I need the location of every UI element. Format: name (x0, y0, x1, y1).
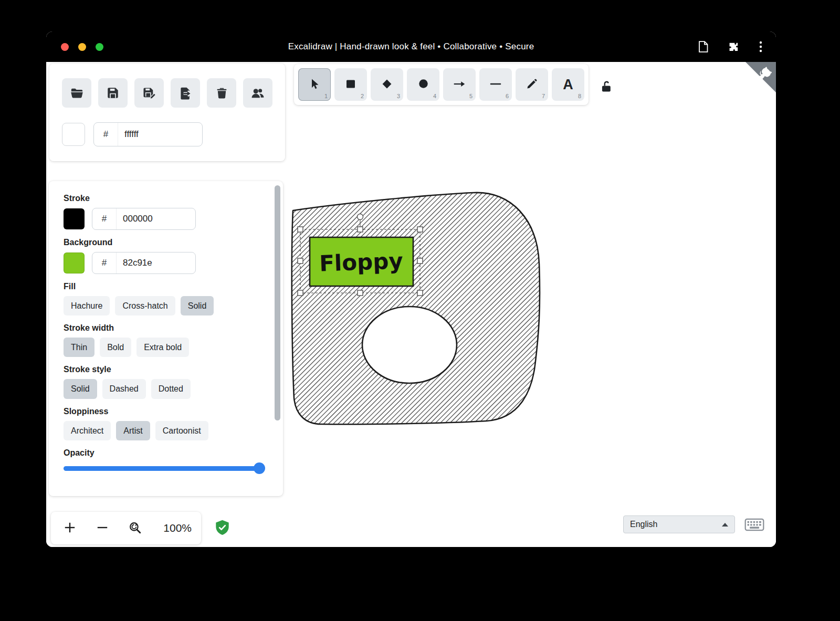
clear-canvas-button[interactable] (207, 78, 236, 108)
canvas-background-hex-group: # (93, 122, 203, 146)
language-select[interactable]: English (623, 515, 735, 533)
open-file-button[interactable] (62, 78, 91, 108)
hex-prefix: # (92, 252, 117, 274)
label-text[interactable]: Floppy (319, 248, 403, 277)
stroke-label: Stroke (64, 194, 268, 203)
sloppiness-section: Sloppiness Architect Artist Cartoonist (64, 407, 268, 440)
label-rectangle[interactable]: Floppy (310, 237, 413, 286)
floppy-hub-hole[interactable] (362, 307, 457, 383)
tool-line-button[interactable]: 6 (479, 68, 512, 101)
ellipse-icon (417, 78, 429, 91)
drawing-canvas[interactable]: Floppy (46, 62, 776, 547)
background-label: Background (64, 238, 268, 247)
tools-toolbar-island: 1 2 3 4 (294, 64, 589, 105)
collaborators-icon (250, 86, 265, 100)
page-icon[interactable] (698, 41, 708, 52)
save-button[interactable] (98, 78, 128, 108)
stroke-width-option-thin[interactable]: Thin (64, 338, 94, 357)
panel-scrollbar-thumb[interactable] (275, 185, 280, 420)
language-select-value: English (630, 520, 657, 529)
folder-open-icon (70, 86, 84, 100)
zoom-in-button[interactable] (58, 517, 81, 540)
sloppiness-option-cartoonist[interactable]: Cartoonist (155, 421, 208, 440)
canvas-background-hex-input[interactable] (118, 129, 202, 140)
browser-window: Excalidraw | Hand-drawn look & feel • Co… (46, 31, 776, 547)
github-corner-icon (746, 85, 776, 94)
background-color-swatch[interactable] (64, 252, 85, 273)
text-icon: A (563, 78, 573, 92)
sloppiness-option-artist[interactable]: Artist (116, 421, 150, 440)
diamond-icon (381, 78, 393, 91)
keyboard-icon (744, 518, 764, 534)
draw-icon (526, 78, 538, 92)
opacity-slider[interactable] (64, 462, 264, 474)
minimize-window-button[interactable] (78, 43, 86, 51)
shield-check-icon (215, 529, 229, 538)
zoom-reset-button[interactable] (123, 517, 146, 540)
zoom-out-button[interactable] (91, 517, 114, 540)
tool-draw-button[interactable]: 7 (516, 68, 548, 101)
stroke-style-label: Stroke style (64, 365, 268, 374)
zoom-in-icon (63, 521, 77, 536)
tool-arrow-button[interactable]: 5 (443, 68, 476, 101)
fill-option-crosshatch[interactable]: Cross-hatch (115, 296, 175, 315)
save-as-icon (142, 86, 156, 100)
canvas-background-swatch[interactable] (62, 123, 85, 146)
tool-selection-button[interactable]: 1 (298, 68, 331, 101)
fill-label: Fill (64, 282, 268, 291)
arrow-icon (453, 77, 466, 92)
stroke-section: Stroke # (64, 194, 268, 230)
tool-diamond-button[interactable]: 3 (371, 68, 403, 101)
stroke-style-option-dashed[interactable]: Dashed (102, 379, 146, 398)
properties-panel: Stroke # Background # (49, 181, 283, 496)
hex-prefix: # (94, 123, 118, 146)
stroke-style-option-solid[interactable]: Solid (64, 379, 97, 398)
export-icon (178, 86, 193, 100)
traffic-lights (61, 31, 103, 62)
save-icon (106, 86, 120, 100)
close-window-button[interactable] (61, 43, 69, 51)
opacity-slider-track[interactable] (64, 466, 264, 471)
stroke-width-option-bold[interactable]: Bold (100, 338, 131, 357)
line-icon (489, 77, 502, 92)
rectangle-icon (344, 78, 357, 92)
fill-option-hachure[interactable]: Hachure (64, 296, 110, 315)
background-section: Background # (64, 238, 268, 274)
export-button[interactable] (171, 78, 200, 108)
opacity-slider-thumb[interactable] (254, 462, 265, 474)
chevron-up-icon (722, 523, 728, 527)
zoom-controls-island: 100% (51, 512, 201, 544)
stroke-width-section: Stroke width Thin Bold Extra bold (64, 323, 268, 357)
encryption-shield-badge[interactable] (215, 520, 229, 538)
zoom-level-value: 100% (163, 522, 194, 534)
kebab-menu-icon[interactable] (759, 40, 762, 53)
stroke-width-label: Stroke width (64, 323, 268, 333)
maximize-window-button[interactable] (96, 43, 103, 51)
tool-text-button[interactable]: A 8 (552, 68, 584, 101)
stroke-width-option-extra-bold[interactable]: Extra bold (136, 338, 189, 357)
unlock-icon (600, 79, 614, 96)
stroke-style-option-dotted[interactable]: Dotted (151, 379, 191, 398)
zoom-out-icon (96, 521, 109, 536)
zoom-reset-icon (128, 521, 142, 536)
collaboration-button[interactable] (243, 78, 272, 108)
opacity-section: Opacity (64, 448, 268, 474)
github-corner-link[interactable] (746, 62, 776, 92)
tool-rectangle-button[interactable]: 2 (334, 68, 367, 101)
tool-ellipse-button[interactable]: 4 (407, 68, 439, 101)
stroke-color-swatch[interactable] (64, 208, 85, 229)
rotate-handle[interactable] (358, 214, 363, 220)
file-toolbar-island: # (49, 64, 285, 161)
background-hex-input[interactable] (117, 258, 195, 268)
selection-icon (308, 78, 321, 92)
stroke-style-section: Stroke style Solid Dashed Dotted (64, 365, 268, 398)
stroke-hex-input[interactable] (117, 214, 195, 224)
fill-option-solid[interactable]: Solid (181, 296, 214, 315)
opacity-label: Opacity (64, 448, 268, 458)
puzzle-icon[interactable] (728, 41, 739, 52)
floppy-disk-shape[interactable] (292, 193, 540, 424)
sloppiness-option-architect[interactable]: Architect (64, 421, 111, 440)
save-as-button[interactable] (134, 78, 164, 108)
fill-section: Fill Hachure Cross-hatch Solid (64, 282, 268, 315)
keep-tool-active-toggle[interactable] (597, 78, 616, 97)
